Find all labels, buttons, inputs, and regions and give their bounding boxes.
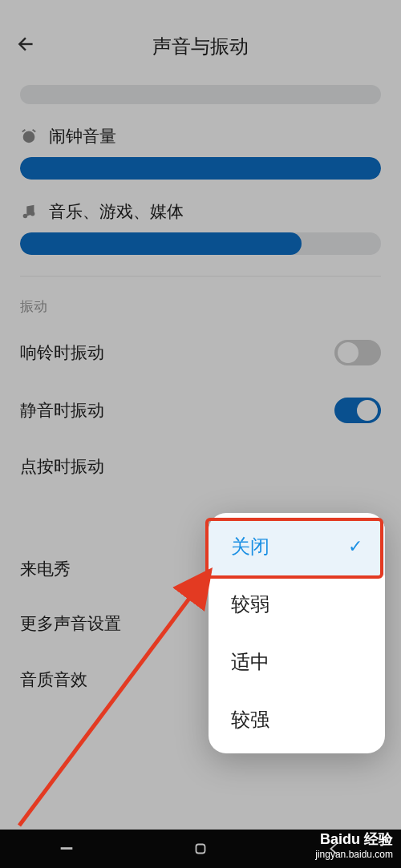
popup-option-label: 适中 — [231, 649, 269, 675]
media-volume-label: 音乐、游戏、媒体 — [20, 200, 381, 223]
back-icon[interactable] — [16, 34, 37, 60]
media-volume-text: 音乐、游戏、媒体 — [49, 200, 184, 223]
popup-option-label: 较弱 — [231, 591, 269, 617]
popup-option-label: 较强 — [231, 707, 269, 733]
nav-recent-icon[interactable] — [58, 840, 75, 858]
caller-show-label: 来电秀 — [20, 558, 71, 580]
svg-rect-6 — [196, 845, 205, 854]
popup-option-label: 关闭 — [231, 534, 269, 559]
alarm-volume-text: 闹钟音量 — [49, 125, 116, 147]
watermark-url: jingyan.baidu.com — [315, 849, 393, 860]
popup-option-off[interactable]: 关闭 ✓ — [209, 518, 385, 575]
header: 声音与振动 — [0, 22, 401, 71]
vibrate-on-silent-row[interactable]: 静音时振动 — [0, 382, 401, 439]
more-sound-settings-label: 更多声音设置 — [20, 612, 121, 635]
touch-vibration-popup: 关闭 ✓ 较弱 适中 较强 — [209, 513, 385, 753]
popup-option-medium[interactable]: 适中 — [209, 633, 385, 691]
previous-slider-remnant[interactable] — [20, 85, 381, 104]
alarm-volume-label: 闹钟音量 — [20, 125, 381, 147]
sound-effects-label: 音质音效 — [20, 668, 87, 691]
music-note-icon — [20, 203, 39, 220]
page-title: 声音与振动 — [152, 34, 249, 59]
nav-home-icon[interactable] — [192, 840, 209, 858]
watermark-brand: Baidu 经验 — [315, 831, 393, 849]
popup-option-strong[interactable]: 较强 — [209, 691, 385, 749]
divider — [20, 276, 381, 277]
vibrate-on-silent-label: 静音时振动 — [20, 399, 104, 422]
vibrate-on-silent-toggle[interactable] — [334, 398, 381, 423]
vibration-group-title: 振动 — [20, 297, 381, 316]
media-volume-slider[interactable] — [20, 232, 381, 255]
status-bar — [0, 0, 401, 22]
vibrate-on-ring-toggle[interactable] — [334, 340, 381, 365]
vibrate-on-ring-label: 响铃时振动 — [20, 341, 104, 364]
check-icon: ✓ — [348, 536, 363, 557]
vibrate-on-touch-label: 点按时振动 — [20, 455, 104, 478]
vibrate-on-touch-row[interactable]: 点按时振动 — [0, 439, 401, 494]
alarm-icon — [20, 127, 39, 145]
popup-option-weak[interactable]: 较弱 — [209, 575, 385, 633]
svg-point-2 — [23, 214, 28, 219]
svg-rect-5 — [61, 847, 73, 850]
watermark: Baidu 经验 jingyan.baidu.com — [315, 831, 393, 860]
alarm-volume-slider[interactable] — [20, 157, 381, 180]
svg-rect-1 — [28, 133, 30, 138]
vibrate-on-ring-row[interactable]: 响铃时振动 — [0, 324, 401, 382]
svg-point-3 — [30, 212, 35, 216]
